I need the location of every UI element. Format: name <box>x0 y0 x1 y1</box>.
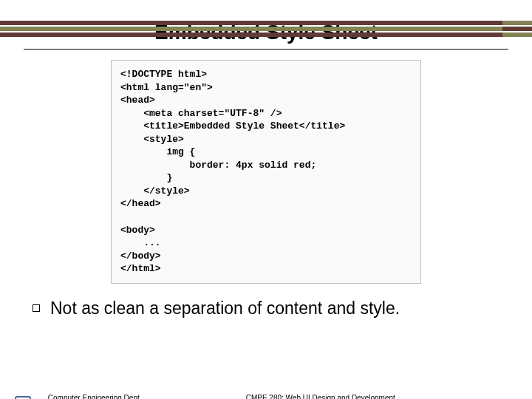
footer-course: CMPE 280: Web UI Design and Development <box>142 393 499 399</box>
bullet-text: Not as clean a separation of content and… <box>50 299 400 318</box>
footer-dept: Computer Engineering Dept. <box>48 393 142 399</box>
logo-icon <box>15 396 31 399</box>
footer-left: Computer Engineering Dept. Spring 2020: … <box>48 393 142 399</box>
decorative-top-band <box>0 21 532 37</box>
bullet-item: Not as clean a separation of content and… <box>0 299 532 318</box>
title-underline <box>24 49 508 50</box>
university-logo: SJSU <box>15 396 45 399</box>
footer-center: CMPE 280: Web UI Design and Development … <box>142 393 499 399</box>
slide-footer: SJSU Computer Engineering Dept. Spring 2… <box>0 393 532 399</box>
slide: Embedded Style Sheet <!DOCTYPE html> <ht… <box>0 21 532 399</box>
code-block: <!DOCTYPE html> <html lang="en"> <head> … <box>111 60 421 284</box>
bullet-square-icon <box>33 304 40 312</box>
